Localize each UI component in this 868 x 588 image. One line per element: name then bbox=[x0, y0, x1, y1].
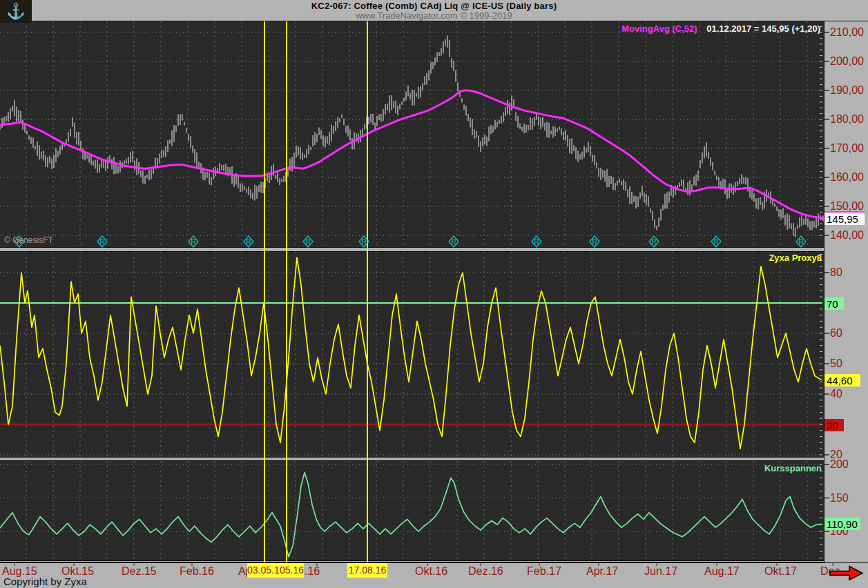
genesis-logo: ⚓ bbox=[0, 0, 32, 23]
chart-subtitle: www.TradeNavigator.com © 1999-2019 bbox=[0, 10, 868, 21]
panel-separator bbox=[0, 560, 824, 562]
x-axis-bar[interactable] bbox=[0, 562, 868, 588]
oscillator-panel[interactable] bbox=[0, 252, 824, 457]
chart-title: KC2-067: Coffee (Comb) CAdj Liq @ ICE-US… bbox=[0, 0, 868, 11]
anchor-icon: ⚓ bbox=[6, 4, 25, 19]
range-panel[interactable] bbox=[0, 461, 824, 560]
right-price-axis[interactable] bbox=[824, 21, 868, 562]
trade-navigator-window: RRRRRRRRRRRR KC2-067: Coffee (Comb) CAdj… bbox=[0, 0, 868, 588]
panel-separator[interactable] bbox=[0, 457, 824, 461]
price-panel[interactable] bbox=[0, 21, 824, 247]
panel-separator[interactable] bbox=[0, 247, 824, 252]
header-bar: KC2-067: Coffee (Comb) CAdj Liq @ ICE-US… bbox=[0, 0, 868, 21]
